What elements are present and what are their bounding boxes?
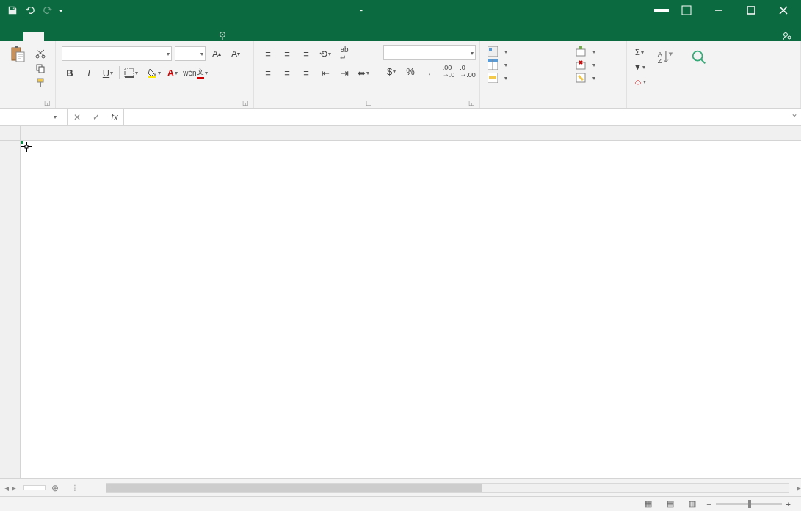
save-icon[interactable] [6, 4, 19, 17]
tab-page-layout[interactable] [65, 32, 85, 41]
sort-filter-button[interactable]: AZ [650, 45, 680, 70]
number-format-select[interactable]: ▾ [383, 45, 476, 60]
add-sheet-icon[interactable]: ⊕ [51, 483, 59, 493]
select-all-corner[interactable] [0, 126, 21, 140]
name-box-dropdown-icon[interactable]: ▾ [54, 114, 57, 120]
font-color-button[interactable]: A▾ [164, 65, 181, 81]
bold-button[interactable]: B [62, 65, 78, 81]
cut-icon[interactable] [34, 47, 47, 60]
svg-rect-26 [576, 49, 585, 56]
increase-indent-icon[interactable]: ⇥ [336, 65, 352, 81]
tab-view[interactable] [147, 32, 167, 41]
tab-formulas[interactable] [85, 32, 106, 41]
align-left-icon[interactable]: ≡ [260, 65, 276, 81]
tell-me-search[interactable] [209, 31, 241, 41]
close-icon[interactable] [769, 0, 798, 21]
format-as-table-button[interactable]: ▾ [486, 59, 509, 70]
fx-icon[interactable]: fx [106, 112, 123, 123]
decrease-indent-icon[interactable]: ⇤ [317, 65, 333, 81]
accounting-format-icon[interactable]: $▾ [383, 63, 399, 79]
dialog-launcher-icon[interactable]: ◲ [43, 99, 51, 106]
zoom-slider[interactable] [716, 503, 782, 505]
dialog-launcher-icon[interactable]: ◲ [365, 99, 372, 106]
sheet-nav-prev-icon[interactable]: ◂ [4, 483, 9, 493]
dialog-launcher-icon[interactable]: ◲ [242, 99, 249, 106]
comma-format-icon[interactable]: , [421, 63, 438, 79]
ribbon: ◲ ▾ ▾ A▴ A▾ B I U▾ ▾ ▾ A▾ wén文▾ ◲ [0, 41, 801, 109]
zoom-out-icon[interactable]: − [706, 500, 711, 509]
redo-icon[interactable] [41, 4, 54, 17]
svg-point-32 [693, 51, 703, 61]
formula-input[interactable] [124, 109, 788, 125]
paste-button[interactable] [3, 43, 32, 68]
fill-color-button[interactable]: ▾ [145, 65, 162, 81]
orientation-icon[interactable]: ⟲▾ [317, 45, 333, 62]
find-select-button[interactable] [684, 45, 714, 70]
svg-rect-25 [489, 76, 496, 79]
scroll-right-icon[interactable]: ▸ [797, 483, 801, 493]
font-name-select[interactable]: ▾ [62, 46, 172, 61]
login-button[interactable] [654, 9, 669, 12]
align-top-icon[interactable]: ≡ [260, 45, 276, 62]
wrap-text-icon[interactable]: ab↵ [336, 45, 352, 62]
delete-cells-button[interactable]: ▾ [574, 59, 597, 70]
name-box[interactable]: ▾ [0, 109, 68, 125]
status-bar: ▦ ▤ ▥ − + [0, 496, 801, 511]
quick-access-toolbar: ▾ [0, 4, 68, 17]
svg-rect-27 [579, 46, 582, 49]
increase-font-icon[interactable]: A▴ [209, 45, 225, 62]
group-cells: ▾ ▾ ▾ [568, 41, 627, 108]
autosum-icon[interactable]: Σ▾ [633, 45, 646, 59]
decrease-decimal-icon[interactable]: .0→.00 [460, 63, 476, 79]
fill-icon[interactable]: ▼▾ [633, 60, 646, 73]
clear-icon[interactable]: ▾ [633, 75, 646, 88]
expand-formula-bar-icon[interactable]: ⌄ [788, 109, 801, 125]
ribbon-options-icon[interactable] [672, 0, 701, 21]
tab-insert[interactable] [44, 32, 65, 41]
phonetic-button[interactable]: wén文▾ [187, 65, 203, 81]
font-size-select[interactable]: ▾ [175, 46, 206, 61]
enter-formula-icon[interactable]: ✓ [87, 112, 106, 123]
maximize-icon[interactable] [736, 0, 766, 21]
tab-data[interactable] [106, 32, 126, 41]
increase-decimal-icon[interactable]: .00→.0 [441, 63, 457, 79]
name-box-input[interactable] [0, 112, 53, 123]
format-cells-button[interactable]: ▾ [574, 72, 597, 84]
group-font: ▾ ▾ A▴ A▾ B I U▾ ▾ ▾ A▾ wén文▾ ◲ [56, 41, 254, 108]
italic-button[interactable]: I [81, 65, 97, 81]
qat-dropdown-icon[interactable]: ▾ [59, 7, 62, 14]
sheet-nav-next-icon[interactable]: ▸ [12, 483, 16, 493]
conditional-formatting-button[interactable]: ▾ [486, 45, 509, 57]
tab-help[interactable] [167, 32, 188, 41]
merge-center-icon[interactable]: ⬌▾ [355, 65, 371, 81]
insert-cells-button[interactable]: ▾ [574, 45, 597, 57]
page-break-view-icon[interactable]: ▥ [684, 499, 700, 509]
formula-bar: ▾ ✕ ✓ fx ⌄ [0, 109, 801, 126]
align-right-icon[interactable]: ≡ [298, 65, 314, 81]
border-button[interactable]: ▾ [123, 65, 139, 81]
cancel-formula-icon[interactable]: ✕ [68, 112, 87, 123]
tab-file[interactable] [0, 32, 23, 41]
minimize-icon[interactable] [704, 0, 733, 21]
cell-styles-button[interactable]: ▾ [486, 72, 509, 84]
share-button[interactable] [782, 31, 795, 41]
percent-format-icon[interactable]: % [402, 63, 418, 79]
sheet-tab-active[interactable] [23, 485, 46, 490]
tab-review[interactable] [126, 32, 147, 41]
dialog-launcher-icon[interactable]: ◲ [468, 99, 475, 106]
page-layout-view-icon[interactable]: ▤ [662, 499, 678, 509]
format-painter-icon[interactable] [34, 76, 47, 90]
zoom-in-icon[interactable]: + [786, 500, 791, 509]
decrease-font-icon[interactable]: A▾ [228, 45, 244, 62]
horizontal-scrollbar[interactable] [106, 483, 789, 493]
undo-icon[interactable] [23, 4, 37, 17]
tab-acrobat[interactable] [188, 32, 209, 41]
normal-view-icon[interactable]: ▦ [640, 499, 656, 509]
copy-icon[interactable] [34, 62, 47, 75]
align-center-icon[interactable]: ≡ [279, 65, 295, 81]
cells-area[interactable] [21, 141, 801, 478]
align-middle-icon[interactable]: ≡ [279, 45, 295, 62]
align-bottom-icon[interactable]: ≡ [298, 45, 314, 62]
tab-home[interactable] [23, 32, 44, 41]
underline-button[interactable]: U▾ [100, 65, 116, 81]
